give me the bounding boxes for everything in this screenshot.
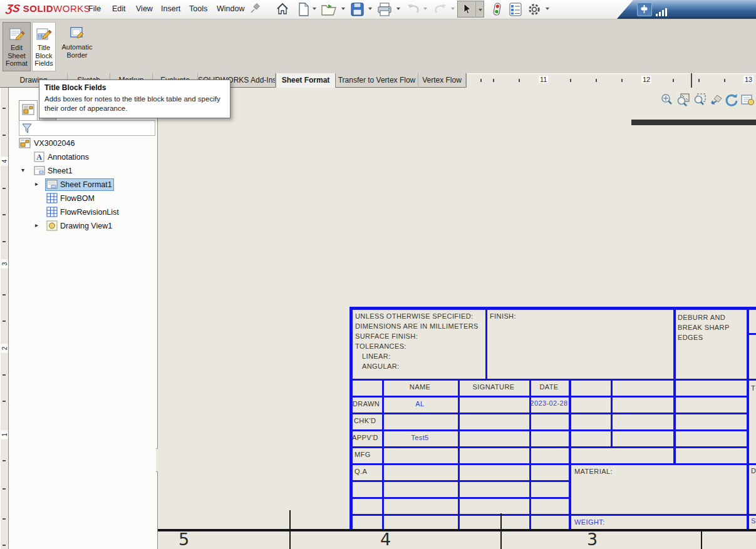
feature-tree-tab[interactable] <box>19 100 38 120</box>
collapsed-caret-icon[interactable]: ▸ <box>35 180 38 187</box>
drawing-document-icon <box>19 138 31 151</box>
home-icon[interactable] <box>276 2 291 17</box>
grid-line <box>350 413 747 414</box>
expanded-caret-icon[interactable]: ▾ <box>21 167 24 173</box>
automatic-border-label: Automatic Border <box>62 43 93 59</box>
graphics-area[interactable]: UNLESS OTHERWISE SPECIFIED: DIMENSIONS A… <box>158 88 756 549</box>
tb-note: ANGULAR: <box>362 362 399 370</box>
tree-filter <box>19 120 155 136</box>
refresh-view-icon[interactable] <box>724 93 739 108</box>
ruler-tick <box>3 108 6 109</box>
svg-text:A: A <box>36 153 42 162</box>
signal-bars-icon[interactable] <box>656 5 668 16</box>
ruler-tick <box>3 241 6 242</box>
zone-number: 5 <box>179 530 189 549</box>
menu-file[interactable]: File <box>88 4 101 13</box>
filter-funnel-icon <box>21 122 33 135</box>
solidworks-logo: ƷSSOLIDWORKS <box>6 3 90 15</box>
tb-row-label: Q.A <box>355 468 367 475</box>
ruler-tick <box>3 401 6 402</box>
zoom-to-selection-icon[interactable] <box>692 93 707 108</box>
options-gear-icon[interactable] <box>527 2 542 17</box>
ruler-tick <box>480 79 482 82</box>
menu-insert[interactable]: Insert <box>161 4 180 13</box>
tb-appvd-name-field[interactable]: Test5 <box>382 434 458 441</box>
title-block-fields-button[interactable]: Title Block Fields <box>32 22 56 71</box>
tb-note: TOLERANCES: <box>355 342 406 350</box>
tb-header-date: DATE <box>529 383 569 391</box>
edit-sheet-format-button[interactable]: Edit Sheet Format <box>3 22 31 71</box>
collapsed-caret-icon[interactable]: ▸ <box>35 222 38 228</box>
ruler-tick <box>673 79 674 82</box>
menu-view[interactable]: View <box>136 4 153 13</box>
traffic-light-icon[interactable] <box>490 2 505 17</box>
sheet-top-border <box>631 120 756 125</box>
grid-line <box>749 333 756 335</box>
ruler-tick <box>621 79 623 82</box>
vertical-ruler: 4 3 2 1 <box>0 88 9 549</box>
tab-sheet-format[interactable]: Sheet Format <box>276 73 336 88</box>
sheet-icon <box>34 165 45 178</box>
menu-edit[interactable]: Edit <box>112 4 126 13</box>
grid-line <box>350 379 756 381</box>
sheet-zone-divider <box>691 73 692 88</box>
grid-line <box>673 307 676 463</box>
new-dropdown-icon[interactable] <box>313 8 316 10</box>
view-settings-icon[interactable] <box>740 93 755 108</box>
open-dropdown-icon[interactable] <box>341 8 345 10</box>
grid-line <box>350 480 569 482</box>
design-tree-display-icon[interactable] <box>509 2 524 17</box>
save-dropdown-icon[interactable] <box>368 8 372 10</box>
grid-line <box>350 463 756 465</box>
zone-number: 3 <box>587 530 598 549</box>
tb-weight-label: WEIGHT: <box>574 518 605 526</box>
grid-line <box>350 514 756 516</box>
grid-line <box>747 307 749 530</box>
sheet-border-line <box>158 529 756 531</box>
menubar: ƷSSOLIDWORKS File Edit View Insert Tools… <box>0 0 756 19</box>
select-dropdown-icon[interactable] <box>479 9 482 11</box>
redo-dropdown-icon <box>451 8 455 10</box>
tb-note: UNLESS OTHERWISE SPECIFIED: <box>355 312 473 320</box>
tb-row-label: APPV'D <box>352 434 378 441</box>
tb-header-name: NAME <box>382 383 458 391</box>
ruler-tick <box>3 374 6 376</box>
zoom-to-fit-icon[interactable] <box>660 93 675 108</box>
tb-dwg-label-cut: D <box>751 467 756 475</box>
tb-note: LINEAR: <box>362 352 391 360</box>
grid-line <box>350 429 747 431</box>
tb-header-signature: SIGNATURE <box>458 383 529 391</box>
options-dropdown-icon[interactable] <box>546 8 549 10</box>
undo-icon <box>406 2 421 17</box>
menu-window[interactable]: Window <box>217 4 244 13</box>
tb-drawn-date-field[interactable]: 2023-02-28 <box>528 399 570 407</box>
ruler-tick <box>3 135 6 136</box>
ruler-number: 4 <box>1 157 8 166</box>
menu-tools[interactable]: Tools <box>189 4 207 13</box>
tb-drawn-name-field[interactable]: AL <box>382 400 458 408</box>
pin-taskpane-icon[interactable] <box>637 3 652 16</box>
workspace: 4 3 2 1 VX3002046 <box>0 88 756 549</box>
tab-vertex-flow[interactable]: Vertex Flow <box>418 73 466 88</box>
ruler-number: 2 <box>1 344 8 353</box>
pin-menu-icon[interactable] <box>249 3 264 18</box>
zoom-to-area-icon[interactable] <box>676 93 691 108</box>
open-icon[interactable] <box>321 2 336 17</box>
save-icon[interactable] <box>350 2 365 17</box>
solidworks-window: ƷSSOLIDWORKS File Edit View Insert Tools… <box>0 0 756 549</box>
tab-transfer-to-vertex-flow[interactable]: Transfer to Vertex Flow <box>336 73 418 88</box>
ruler-tick <box>724 79 725 82</box>
automatic-border-button[interactable]: Automatic Border <box>58 22 96 71</box>
print-dropdown-icon[interactable] <box>396 8 400 10</box>
titlebar-corner <box>617 0 756 19</box>
new-document-icon[interactable] <box>298 2 313 17</box>
ruler-number: 13 <box>743 76 753 83</box>
table-icon <box>46 193 58 206</box>
previous-view-icon[interactable] <box>708 93 723 108</box>
tb-title-label-cut: T <box>751 384 755 392</box>
tree-filter-input[interactable] <box>34 121 152 135</box>
ruler-number: 1 <box>1 431 8 439</box>
ruler-number: 3 <box>1 260 8 269</box>
select-tool-button[interactable] <box>457 1 484 18</box>
print-icon[interactable] <box>377 2 392 17</box>
